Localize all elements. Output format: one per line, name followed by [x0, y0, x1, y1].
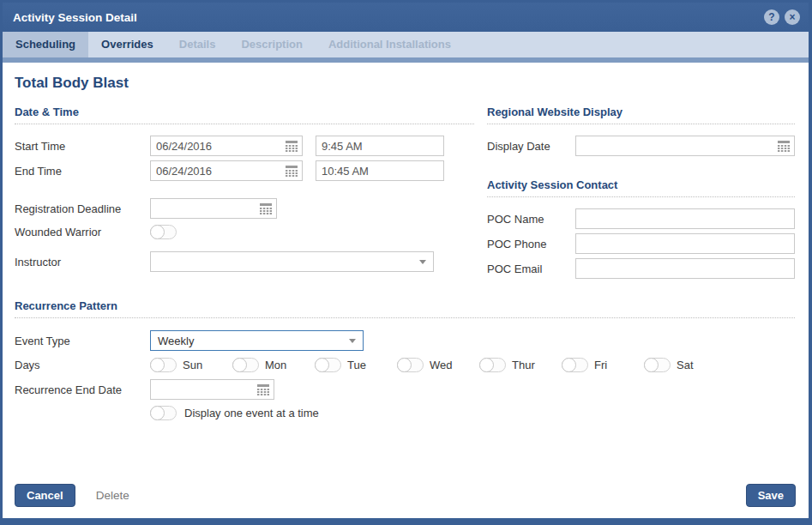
poc-phone-label: POC Phone — [487, 238, 575, 250]
section-title-regional-website-display: Regional Website Display — [487, 106, 795, 124]
delete-button[interactable]: Delete — [96, 489, 129, 502]
instructor-dropdown[interactable] — [150, 251, 434, 272]
chevron-down-icon — [419, 260, 426, 264]
days-label: Days — [15, 359, 150, 371]
wounded-warrior-row: Wounded Warrior — [15, 225, 474, 239]
toggle-knob — [479, 358, 494, 372]
start-date-input[interactable] — [151, 137, 282, 154]
recurrence-end-date-input[interactable] — [151, 381, 254, 398]
page-title: Total Body Blast — [15, 75, 795, 92]
end-date-input[interactable] — [151, 162, 282, 179]
registration-deadline-row: Registration Deadline — [15, 198, 474, 219]
recurrence-end-date-label: Recurrence End Date — [15, 383, 150, 396]
close-icon[interactable]: × — [785, 9, 800, 25]
tab-bar: Scheduling Overrides Details Description… — [3, 32, 809, 57]
registration-deadline-label: Registration Deadline — [15, 202, 150, 215]
end-time-row: End Time — [15, 160, 474, 181]
help-icon[interactable]: ? — [764, 9, 779, 25]
instructor-label: Instructor — [15, 256, 150, 269]
display-one-event-toggle[interactable] — [150, 406, 177, 420]
display-date-row: Display Date — [487, 136, 795, 156]
tab-description[interactable]: Description — [228, 32, 316, 57]
day-toggle-sun[interactable] — [150, 358, 177, 372]
start-time-label: Start Time — [15, 140, 150, 153]
toggle-knob — [562, 358, 576, 372]
poc-name-row: POC Name — [487, 208, 795, 229]
day-label-sat: Sat — [677, 359, 694, 371]
calendar-icon[interactable] — [286, 141, 298, 152]
recurrence-end-date-row: Recurrence End Date — [15, 379, 795, 400]
dialog-content: Total Body Blast Date & Time Start Time — [3, 63, 809, 479]
end-date-field — [150, 160, 303, 181]
day-item-fri: Fri — [562, 358, 644, 372]
day-label-tue: Tue — [347, 359, 366, 371]
day-label-mon: Mon — [265, 359, 286, 371]
dialog-titlebar: Activity Session Detail ? × — [3, 3, 809, 32]
start-time-input[interactable] — [316, 136, 444, 156]
calendar-icon[interactable] — [260, 203, 272, 214]
day-toggle-tue[interactable] — [315, 358, 341, 372]
toggle-knob — [397, 358, 412, 372]
activity-session-detail-dialog: Activity Session Detail ? × Scheduling O… — [0, 0, 812, 525]
calendar-icon[interactable] — [286, 166, 298, 177]
event-type-dropdown[interactable]: Weekly — [150, 330, 364, 351]
tab-overrides[interactable]: Overrides — [88, 32, 166, 57]
toggle-knob — [150, 358, 165, 372]
poc-email-input[interactable] — [575, 258, 795, 279]
instructor-row: Instructor — [15, 251, 474, 272]
tab-details[interactable]: Details — [166, 32, 229, 57]
day-label-wed: Wed — [430, 359, 453, 371]
days-row: Days Sun Mon Tue Wed — [15, 358, 795, 372]
toggle-knob — [150, 406, 165, 420]
day-label-sun: Sun — [183, 359, 202, 371]
display-date-input[interactable] — [576, 137, 774, 154]
day-label-fri: Fri — [594, 359, 607, 371]
day-item-sun: Sun — [150, 358, 232, 372]
chevron-down-icon — [349, 339, 356, 343]
display-one-event-label: Display one event at a time — [184, 407, 319, 419]
poc-email-row: POC Email — [487, 258, 795, 279]
start-date-field — [150, 136, 303, 156]
day-item-thur: Thur — [479, 358, 562, 372]
day-item-wed: Wed — [397, 358, 479, 372]
registration-deadline-field — [150, 198, 277, 219]
day-item-sat: Sat — [644, 358, 726, 372]
section-title-activity-session-contact: Activity Session Contact — [487, 178, 795, 197]
poc-phone-row: POC Phone — [487, 233, 795, 254]
registration-deadline-input[interactable] — [151, 200, 256, 217]
day-toggle-wed[interactable] — [397, 358, 424, 372]
toggle-knob — [232, 358, 247, 372]
day-toggle-fri[interactable] — [562, 358, 588, 372]
day-toggle-mon[interactable] — [232, 358, 259, 372]
toggle-knob — [315, 358, 329, 372]
end-time-input[interactable] — [316, 160, 444, 181]
tab-additional-installations[interactable]: Additional Installations — [316, 32, 464, 57]
event-type-row: Event Type Weekly — [15, 330, 795, 351]
display-one-event-row: Display one event at a time — [15, 406, 795, 420]
display-date-field — [575, 136, 795, 156]
calendar-icon[interactable] — [778, 141, 790, 152]
cancel-button[interactable]: Cancel — [15, 484, 75, 507]
event-type-label: Event Type — [15, 335, 150, 347]
dialog-footer: Cancel Delete Save — [3, 479, 809, 518]
poc-name-label: POC Name — [487, 213, 575, 226]
poc-email-label: POC Email — [487, 262, 575, 275]
toggle-knob — [644, 358, 659, 372]
poc-name-input[interactable] — [575, 208, 795, 229]
dialog-title: Activity Session Detail — [13, 11, 137, 24]
end-time-label: End Time — [15, 165, 150, 178]
section-title-recurrence-pattern: Recurrence Pattern — [15, 299, 795, 318]
save-button[interactable]: Save — [746, 484, 796, 507]
poc-phone-input[interactable] — [575, 233, 795, 254]
wounded-warrior-toggle[interactable] — [150, 225, 177, 239]
toggle-knob — [150, 225, 165, 239]
day-toggle-thur[interactable] — [479, 358, 506, 372]
start-time-row: Start Time — [15, 136, 474, 156]
day-item-mon: Mon — [232, 358, 315, 372]
day-toggle-sat[interactable] — [644, 358, 671, 372]
tab-scheduling[interactable]: Scheduling — [3, 32, 88, 57]
calendar-icon[interactable] — [257, 384, 269, 395]
wounded-warrior-label: Wounded Warrior — [15, 226, 150, 238]
display-date-label: Display Date — [487, 140, 575, 153]
section-title-date-time: Date & Time — [15, 106, 474, 124]
